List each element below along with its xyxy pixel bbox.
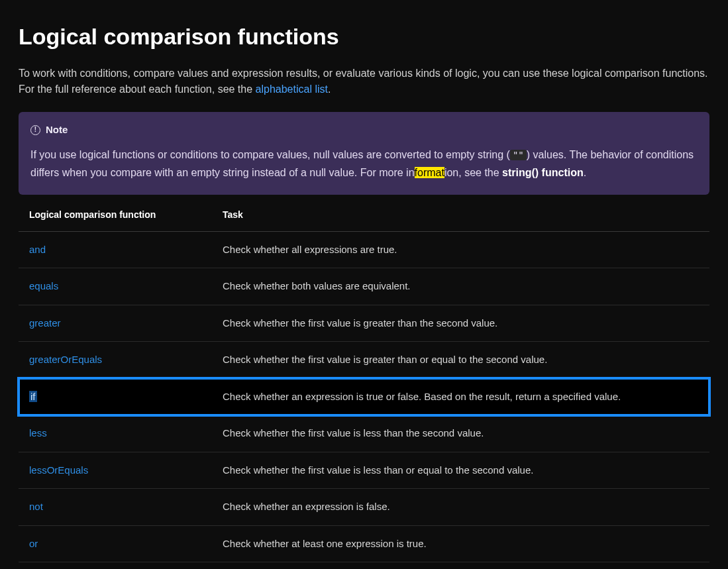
page-title: Logical comparison functions bbox=[19, 20, 709, 54]
function-link[interactable]: and bbox=[29, 244, 46, 255]
task-cell: Check whether all expressions are true. bbox=[212, 231, 709, 268]
function-cell: lessOrEquals bbox=[19, 452, 212, 489]
function-link[interactable]: lessOrEquals bbox=[29, 464, 88, 476]
intro-text-after: . bbox=[328, 83, 331, 95]
function-link[interactable]: not bbox=[29, 501, 43, 512]
table-row: lessCheck whether the first value is les… bbox=[19, 415, 709, 452]
note-body: If you use logical functions or conditio… bbox=[30, 146, 698, 181]
note-text-1: If you use logical functions or conditio… bbox=[30, 149, 510, 160]
table-row: andCheck whether all expressions are tru… bbox=[19, 231, 709, 268]
function-cell: or bbox=[19, 525, 212, 562]
function-cell: not bbox=[19, 489, 212, 526]
function-link[interactable]: less bbox=[29, 427, 47, 439]
intro-text-before: To work with conditions, compare values … bbox=[19, 68, 708, 95]
function-cell: equals bbox=[19, 268, 212, 305]
task-cell: Check whether an expression is false. bbox=[212, 489, 709, 526]
table-row: greaterCheck whether the first value is … bbox=[19, 305, 709, 342]
highlighted-text: format bbox=[415, 167, 444, 178]
function-cell: if bbox=[19, 378, 212, 415]
table-row: greaterOrEqualsCheck whether the first v… bbox=[19, 342, 709, 379]
note-text-3: ion, see the bbox=[444, 167, 502, 178]
function-link[interactable]: or bbox=[29, 538, 38, 549]
info-icon bbox=[30, 125, 40, 135]
function-link[interactable]: if bbox=[29, 391, 37, 402]
table-row: lessOrEqualsCheck whether the first valu… bbox=[19, 452, 709, 489]
task-cell: Check whether both values are equivalent… bbox=[212, 268, 709, 305]
function-link[interactable]: greaterOrEquals bbox=[29, 354, 102, 365]
function-cell: greaterOrEquals bbox=[19, 342, 212, 379]
function-link[interactable]: greater bbox=[29, 317, 61, 329]
note-callout: Note If you use logical functions or con… bbox=[19, 112, 709, 195]
function-cell: greater bbox=[19, 305, 212, 342]
task-cell: Check whether the first value is greater… bbox=[212, 305, 709, 342]
function-link[interactable]: equals bbox=[29, 280, 58, 291]
empty-string-code: "" bbox=[510, 150, 527, 160]
table-row: orCheck whether at least one expression … bbox=[19, 525, 709, 562]
task-cell: Check whether an expression is true or f… bbox=[212, 378, 709, 415]
alphabetical-list-link[interactable]: alphabetical list bbox=[256, 83, 328, 95]
function-cell: less bbox=[19, 415, 212, 452]
string-function-link[interactable]: string() function bbox=[502, 167, 584, 178]
page-content: Logical comparison functions To work wit… bbox=[0, 0, 728, 569]
note-text-4: . bbox=[584, 167, 586, 178]
col-header-function: Logical comparison function bbox=[19, 199, 212, 232]
task-cell: Check whether the first value is less th… bbox=[212, 415, 709, 452]
task-cell: Check whether the first value is less th… bbox=[212, 452, 709, 489]
task-cell: Check whether the first value is greater… bbox=[212, 342, 709, 379]
note-header: Note bbox=[30, 123, 698, 138]
table-row: ifCheck whether an expression is true or… bbox=[19, 378, 709, 415]
note-label: Note bbox=[46, 123, 68, 138]
col-header-task: Task bbox=[212, 199, 709, 232]
task-cell: Check whether at least one expression is… bbox=[212, 525, 709, 562]
intro-paragraph: To work with conditions, compare values … bbox=[19, 66, 709, 97]
functions-table: Logical comparison function Task andChec… bbox=[19, 199, 709, 563]
function-cell: and bbox=[19, 231, 212, 268]
table-header-row: Logical comparison function Task bbox=[19, 199, 709, 232]
table-row: equalsCheck whether both values are equi… bbox=[19, 268, 709, 305]
table-row: notCheck whether an expression is false. bbox=[19, 489, 709, 526]
